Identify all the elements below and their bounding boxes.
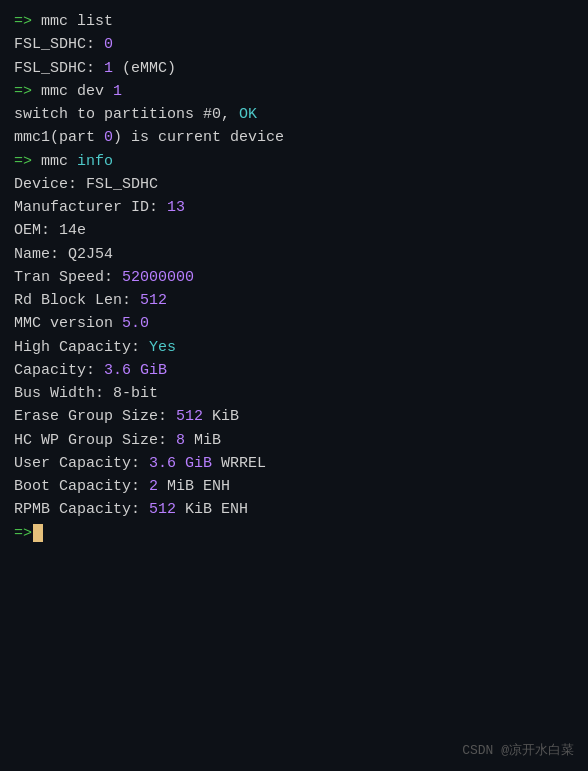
terminal-text: => (14, 80, 41, 103)
terminal-line: Boot Capacity: 2 MiB ENH (14, 475, 574, 498)
terminal-text: High Capacity: (14, 336, 149, 359)
terminal-line: User Capacity: 3.6 GiB WRREL (14, 452, 574, 475)
terminal-text: Bus Width: 8-bit (14, 382, 158, 405)
terminal-line: MMC version 5.0 (14, 312, 574, 335)
watermark: CSDN @凉开水白菜 (462, 741, 574, 761)
terminal-text: User Capacity: (14, 452, 149, 475)
terminal-text: RPMB Capacity: (14, 498, 149, 521)
terminal-text: MiB (185, 429, 221, 452)
terminal-line: HC WP Group Size: 8 MiB (14, 429, 574, 452)
terminal-line: Capacity: 3.6 GiB (14, 359, 574, 382)
terminal-text: 52000000 (122, 266, 194, 289)
terminal-line: Manufacturer ID: 13 (14, 196, 574, 219)
terminal-text: Manufacturer ID: (14, 196, 167, 219)
terminal-text: MiB ENH (158, 475, 230, 498)
terminal-text: 2 (149, 475, 158, 498)
terminal-line: => mmc info (14, 150, 574, 173)
terminal-text: KiB (203, 405, 239, 428)
terminal-line: Device: FSL_SDHC (14, 173, 574, 196)
terminal-line: Erase Group Size: 512 KiB (14, 405, 574, 428)
terminal-line: OEM: 14e (14, 219, 574, 242)
terminal-text: HC WP Group Size: (14, 429, 176, 452)
terminal-text: 3.6 GiB (149, 452, 212, 475)
terminal-text: mmc (41, 150, 77, 173)
terminal-text: 3.6 GiB (104, 359, 167, 382)
terminal-line: FSL_SDHC: 1 (eMMC) (14, 57, 574, 80)
terminal-line: => mmc dev 1 (14, 80, 574, 103)
terminal-text: Capacity: (14, 359, 104, 382)
terminal-text: Rd Block Len: (14, 289, 140, 312)
terminal-line: mmc1(part 0) is current device (14, 126, 574, 149)
terminal-text: => (14, 10, 41, 33)
terminal-text: WRREL (212, 452, 266, 475)
terminal-text: 0 (104, 33, 113, 56)
terminal-text: Tran Speed: (14, 266, 122, 289)
terminal-line: Bus Width: 8-bit (14, 382, 574, 405)
terminal-line: High Capacity: Yes (14, 336, 574, 359)
terminal-text: switch to partitions (14, 103, 203, 126)
terminal-text: KiB ENH (176, 498, 248, 521)
terminal-text: 5.0 (122, 312, 149, 335)
terminal-text: Erase Group Size: (14, 405, 176, 428)
terminal-text: 512 (176, 405, 203, 428)
prompt-symbol: => (14, 522, 32, 545)
terminal-line: switch to partitions #0, OK (14, 103, 574, 126)
terminal-text: 512 (140, 289, 167, 312)
terminal-text: 1 (113, 80, 122, 103)
terminal-text: Name: Q2J54 (14, 243, 113, 266)
terminal-text: mmc list (41, 10, 113, 33)
terminal-text: #0 (203, 103, 221, 126)
terminal-text: (eMMC) (113, 57, 176, 80)
terminal-text: FSL_SDHC: (14, 33, 104, 56)
terminal-line: Name: Q2J54 (14, 243, 574, 266)
terminal-cursor (33, 524, 43, 542)
terminal-line: Tran Speed: 52000000 (14, 266, 574, 289)
prompt-line: => (14, 522, 574, 545)
terminal-text: ) is current device (113, 126, 284, 149)
terminal-line: RPMB Capacity: 512 KiB ENH (14, 498, 574, 521)
terminal-text: OEM: 14e (14, 219, 86, 242)
terminal-text: 13 (167, 196, 185, 219)
terminal-text: , (221, 103, 239, 126)
terminal-text: Device: FSL_SDHC (14, 173, 158, 196)
terminal-line: => mmc list (14, 10, 574, 33)
terminal-text: mmc dev (41, 80, 113, 103)
terminal-text: 512 (149, 498, 176, 521)
terminal-text: FSL_SDHC: (14, 57, 104, 80)
terminal: => mmc listFSL_SDHC: 0FSL_SDHC: 1 (eMMC)… (0, 0, 588, 771)
terminal-line: FSL_SDHC: 0 (14, 33, 574, 56)
terminal-text: 8 (176, 429, 185, 452)
terminal-text: 0 (104, 126, 113, 149)
terminal-text: Yes (149, 336, 176, 359)
terminal-text: mmc1(part (14, 126, 104, 149)
terminal-text: 1 (104, 57, 113, 80)
terminal-text: info (77, 150, 113, 173)
terminal-text: OK (239, 103, 257, 126)
terminal-text: MMC version (14, 312, 122, 335)
terminal-text: => (14, 150, 41, 173)
terminal-line: Rd Block Len: 512 (14, 289, 574, 312)
terminal-text: Boot Capacity: (14, 475, 149, 498)
